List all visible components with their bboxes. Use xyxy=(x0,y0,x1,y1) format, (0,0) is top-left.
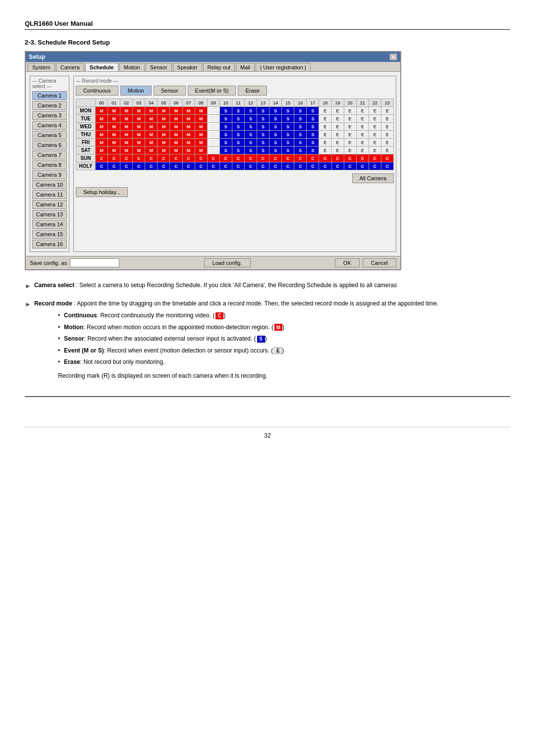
cell-wed-10[interactable]: S xyxy=(219,123,232,131)
cell-thu-1[interactable]: M xyxy=(108,131,120,139)
cell-fri-2[interactable]: M xyxy=(120,139,133,147)
camera-btn-16[interactable]: Camera 16 xyxy=(32,240,67,249)
cell-mon-11[interactable]: S xyxy=(232,107,244,115)
camera-btn-12[interactable]: Camera 12 xyxy=(32,200,67,209)
cell-wed-22[interactable]: E xyxy=(369,123,381,131)
camera-btn-9[interactable]: Camera 9 xyxy=(32,170,67,179)
cell-wed-7[interactable]: M xyxy=(182,123,195,131)
cell-tue-18[interactable]: E xyxy=(319,115,331,123)
cell-tue-22[interactable]: E xyxy=(369,115,381,123)
cell-tue-7[interactable]: M xyxy=(182,115,195,123)
cell-tue-5[interactable]: M xyxy=(158,115,170,123)
cell-fri-12[interactable]: S xyxy=(244,139,257,147)
cell-holy-14[interactable]: C xyxy=(269,162,282,170)
cell-thu-13[interactable]: S xyxy=(257,131,269,139)
cell-tue-8[interactable]: M xyxy=(195,115,207,123)
cell-holy-21[interactable]: C xyxy=(356,162,369,170)
cell-sat-4[interactable]: M xyxy=(145,147,158,154)
cell-holy-6[interactable]: C xyxy=(170,162,182,170)
save-config-input[interactable] xyxy=(70,258,119,267)
cell-sat-17[interactable]: S xyxy=(307,147,319,154)
camera-btn-1[interactable]: Camera 1 xyxy=(32,91,67,100)
cell-fri-19[interactable]: E xyxy=(331,139,344,147)
cell-mon-20[interactable]: E xyxy=(344,107,356,115)
cell-thu-5[interactable]: M xyxy=(158,131,170,139)
cell-thu-18[interactable]: E xyxy=(319,131,331,139)
cell-sat-1[interactable]: M xyxy=(108,147,120,154)
cell-fri-15[interactable]: S xyxy=(282,139,294,147)
cell-holy-22[interactable]: C xyxy=(369,162,381,170)
cell-tue-2[interactable]: M xyxy=(120,115,133,123)
cell-thu-11[interactable]: S xyxy=(232,131,244,139)
cell-wed-15[interactable]: S xyxy=(282,123,294,131)
cell-holy-10[interactable]: C xyxy=(219,162,232,170)
close-button[interactable]: × xyxy=(389,53,397,60)
cell-mon-19[interactable]: E xyxy=(331,107,344,115)
cell-sat-19[interactable]: E xyxy=(331,147,344,154)
cell-wed-21[interactable]: E xyxy=(356,123,369,131)
cell-mon-2[interactable]: M xyxy=(120,107,133,115)
cell-sun-15[interactable]: C xyxy=(282,154,294,162)
tab-schedule[interactable]: Schedule xyxy=(85,63,118,71)
cell-sat-11[interactable]: S xyxy=(232,147,244,154)
cell-holy-23[interactable]: C xyxy=(381,162,393,170)
cell-mon-15[interactable]: S xyxy=(282,107,294,115)
cell-sun-0[interactable]: C xyxy=(96,154,108,162)
cell-sun-20[interactable]: C xyxy=(344,154,356,162)
cell-fri-3[interactable]: M xyxy=(133,139,145,147)
cell-sat-0[interactable]: M xyxy=(96,147,108,154)
cell-sat-22[interactable]: E xyxy=(369,147,381,154)
cell-fri-5[interactable]: M xyxy=(158,139,170,147)
cell-wed-1[interactable]: M xyxy=(108,123,120,131)
cell-tue-23[interactable]: E xyxy=(381,115,393,123)
cell-fri-17[interactable]: S xyxy=(307,139,319,147)
tab-user-registration[interactable]: | User registration | xyxy=(256,63,311,71)
cell-sat-16[interactable]: S xyxy=(294,147,307,154)
cell-holy-9[interactable]: C xyxy=(207,162,219,170)
cell-tue-1[interactable]: M xyxy=(108,115,120,123)
cell-fri-21[interactable]: E xyxy=(356,139,369,147)
all-camera-button[interactable]: All Camera xyxy=(352,173,394,183)
cell-tue-19[interactable]: E xyxy=(331,115,344,123)
cell-wed-9[interactable] xyxy=(207,123,219,131)
cell-sun-12[interactable]: C xyxy=(244,154,257,162)
tab-system[interactable]: System xyxy=(28,63,55,71)
cell-wed-14[interactable]: S xyxy=(269,123,282,131)
cell-sun-18[interactable]: C xyxy=(319,154,331,162)
cell-wed-23[interactable]: E xyxy=(381,123,393,131)
cell-mon-9[interactable] xyxy=(207,107,219,115)
cell-mon-12[interactable]: S xyxy=(244,107,257,115)
cell-sun-3[interactable]: C xyxy=(133,154,145,162)
cell-thu-16[interactable]: S xyxy=(294,131,307,139)
cell-sun-19[interactable]: C xyxy=(331,154,344,162)
cell-sun-9[interactable]: C xyxy=(207,154,219,162)
cell-sat-10[interactable]: S xyxy=(219,147,232,154)
cell-tue-15[interactable]: S xyxy=(282,115,294,123)
cell-sat-6[interactable]: M xyxy=(170,147,182,154)
cell-sun-4[interactable]: C xyxy=(145,154,158,162)
cell-mon-8[interactable]: M xyxy=(195,107,207,115)
cell-thu-14[interactable]: S xyxy=(269,131,282,139)
cell-holy-0[interactable]: C xyxy=(96,162,108,170)
cell-thu-15[interactable]: S xyxy=(282,131,294,139)
cell-holy-2[interactable]: C xyxy=(120,162,133,170)
cell-thu-22[interactable]: E xyxy=(369,131,381,139)
cell-tue-0[interactable]: M xyxy=(96,115,108,123)
cell-holy-16[interactable]: C xyxy=(294,162,307,170)
cell-mon-22[interactable]: E xyxy=(369,107,381,115)
mode-event[interactable]: Event(M or S) xyxy=(188,86,236,96)
tab-sensor[interactable]: Sensor xyxy=(146,63,172,71)
cell-tue-9[interactable] xyxy=(207,115,219,123)
mode-sensor[interactable]: Sensor xyxy=(154,86,186,96)
cell-tue-17[interactable]: S xyxy=(307,115,319,123)
tab-relay-out[interactable]: Relay out xyxy=(203,63,235,71)
cell-fri-4[interactable]: M xyxy=(145,139,158,147)
cell-thu-0[interactable]: M xyxy=(96,131,108,139)
cell-mon-5[interactable]: M xyxy=(158,107,170,115)
cell-holy-19[interactable]: C xyxy=(331,162,344,170)
cell-tue-3[interactable]: M xyxy=(133,115,145,123)
cell-fri-6[interactable]: M xyxy=(170,139,182,147)
cell-thu-9[interactable] xyxy=(207,131,219,139)
ok-button[interactable]: OK xyxy=(335,258,360,267)
cell-thu-7[interactable]: M xyxy=(182,131,195,139)
